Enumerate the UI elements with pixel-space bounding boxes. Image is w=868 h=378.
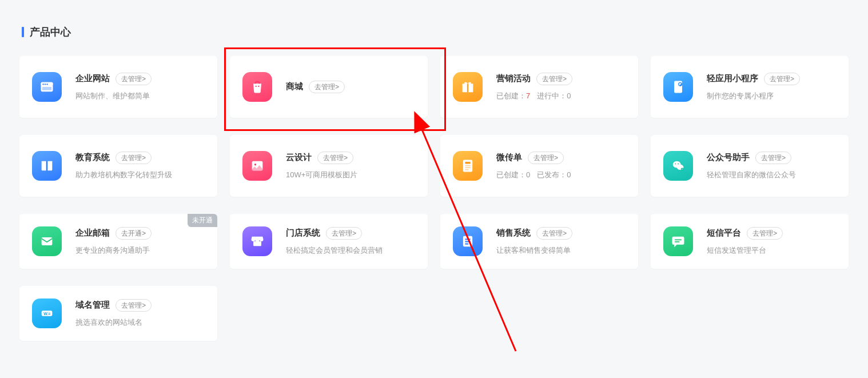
- card-desc: 10W+可商用模板图片: [286, 170, 415, 180]
- card-stats: 已创建：0已发布：0: [496, 170, 626, 180]
- stat-running-label: 进行中：: [537, 91, 567, 100]
- gift-icon: [453, 72, 483, 102]
- svg-point-15: [254, 164, 257, 166]
- card-mall[interactable]: 商城 去管理>: [230, 56, 428, 118]
- card-email[interactable]: 未开通 企业邮箱 去开通> 更专业的商务沟通助手: [19, 214, 217, 269]
- browser-window-icon: [32, 72, 62, 102]
- card-desc: 短信发送管理平台: [707, 245, 836, 256]
- svg-point-7: [258, 86, 259, 87]
- card-cloud-design[interactable]: 云设计 去管理> 10W+可商用模板图片: [230, 135, 428, 197]
- stat-running-value: 0: [567, 91, 571, 100]
- card-education[interactable]: 教育系统 去管理> 助力教培机构数字化转型升级: [19, 135, 217, 197]
- domain-icon: W.=: [32, 299, 62, 328]
- manage-button[interactable]: 去管理>: [317, 152, 353, 165]
- manage-button[interactable]: 去管理>: [764, 73, 800, 86]
- image-icon: [242, 151, 272, 181]
- card-wechat[interactable]: 公众号助手 去管理> 轻松管理自家的微信公众号: [651, 135, 849, 197]
- svg-rect-26: [42, 237, 53, 245]
- card-desc: 轻松管理自家的微信公众号: [707, 170, 836, 180]
- svg-point-3: [45, 83, 46, 85]
- manage-button[interactable]: 去管理>: [755, 152, 791, 165]
- card-website[interactable]: 企业网站 去管理> 网站制作、维护都简单: [19, 56, 217, 118]
- svg-rect-18: [465, 165, 470, 166]
- section-title: 产品中心: [22, 25, 849, 39]
- card-title: 云设计: [286, 152, 312, 163]
- stat-running-label: 已发布：: [537, 170, 567, 179]
- shopping-bag-icon: [242, 72, 272, 102]
- chat-bubble-icon: [663, 226, 693, 256]
- svg-rect-20: [465, 169, 468, 170]
- manage-button[interactable]: 去管理>: [309, 81, 345, 94]
- card-sales[interactable]: 销售系统 去管理> 让获客和销售变得简单: [440, 214, 638, 269]
- manage-button[interactable]: 去管理>: [326, 227, 362, 240]
- envelope-icon: [32, 226, 62, 256]
- stat-created-value: 0: [526, 170, 530, 179]
- status-badge: 未开通: [188, 214, 217, 227]
- card-sms[interactable]: 短信平台 去管理> 短信发送管理平台: [651, 214, 849, 269]
- card-title: 轻应用小程序: [707, 73, 758, 84]
- svg-rect-17: [465, 162, 470, 164]
- section-title-text: 产品中心: [30, 25, 71, 39]
- product-grid: 企业网站 去管理> 网站制作、维护都简单 商城 去管理>: [19, 56, 849, 341]
- svg-point-6: [256, 86, 257, 87]
- list-icon: [453, 226, 483, 256]
- wechat-icon: [663, 151, 693, 181]
- svg-text:W.=: W.=: [43, 312, 50, 316]
- manage-button[interactable]: 去管理>: [536, 227, 572, 240]
- card-domain[interactable]: W.= 域名管理 去管理> 挑选喜欢的网站域名: [19, 286, 217, 341]
- stat-created-label: 已创建：: [496, 91, 526, 100]
- svg-rect-10: [467, 83, 468, 92]
- activate-button[interactable]: 去开通>: [116, 227, 152, 240]
- card-title: 微传单: [496, 152, 522, 163]
- svg-rect-31: [465, 244, 468, 245]
- svg-point-4: [46, 83, 47, 85]
- stat-running-value: 0: [567, 170, 571, 179]
- card-title: 销售系统: [496, 228, 531, 238]
- svg-rect-5: [42, 87, 51, 90]
- svg-point-23: [675, 164, 676, 165]
- card-flyer[interactable]: 微传单 去管理> 已创建：0已发布：0: [440, 135, 638, 197]
- card-desc: 轻松搞定会员管理和会员营销: [286, 245, 415, 256]
- card-title: 企业网站: [75, 73, 110, 84]
- card-title: 短信平台: [707, 228, 741, 238]
- card-desc: 助力教培机构数字化转型升级: [75, 170, 205, 180]
- card-marketing[interactable]: 营销活动 去管理> 已创建：7进行中：0: [440, 56, 638, 118]
- manage-button[interactable]: 去管理>: [116, 299, 152, 312]
- card-desc: 挑选喜欢的网站域名: [75, 317, 205, 328]
- card-stats: 已创建：7进行中：0: [496, 91, 626, 101]
- manage-button[interactable]: 去管理>: [116, 152, 152, 165]
- svg-point-2: [42, 83, 43, 85]
- card-desc: 制作您的专属小程序: [707, 91, 836, 101]
- svg-rect-19: [465, 167, 470, 168]
- card-title: 营销活动: [496, 73, 531, 84]
- book-icon: [32, 151, 62, 181]
- manage-button[interactable]: 去管理>: [116, 73, 152, 86]
- card-desc: 更专业的商务沟通助手: [75, 245, 205, 256]
- mini-program-icon: [663, 72, 693, 102]
- card-miniprogram[interactable]: 轻应用小程序 去管理> 制作您的专属小程序: [651, 56, 849, 118]
- product-center-panel: 产品中心 企业网站 去管理> 网站制作、维护都简单 商城: [0, 0, 868, 358]
- store-icon: [242, 226, 272, 256]
- svg-rect-29: [465, 238, 470, 240]
- svg-rect-13: [46, 161, 47, 170]
- card-store[interactable]: 门店系统 去管理> 轻松搞定会员管理和会员营销: [230, 214, 428, 269]
- svg-point-24: [678, 164, 679, 165]
- svg-rect-32: [675, 240, 682, 241]
- stat-created-value: 7: [526, 91, 530, 100]
- card-title: 商城: [286, 81, 303, 92]
- manage-button[interactable]: 去管理>: [536, 73, 572, 86]
- card-title: 门店系统: [286, 228, 320, 238]
- manage-button[interactable]: 去管理>: [747, 227, 783, 240]
- card-title: 教育系统: [75, 152, 110, 163]
- svg-rect-27: [253, 241, 261, 246]
- card-title: 公众号助手: [707, 152, 750, 163]
- card-desc: 让获客和销售变得简单: [496, 245, 626, 256]
- title-bar-icon: [22, 27, 24, 37]
- card-title: 企业邮箱: [75, 228, 110, 238]
- manage-button[interactable]: 去管理>: [528, 152, 564, 165]
- stat-created-label: 已创建：: [496, 170, 526, 179]
- card-desc: 网站制作、维护都简单: [75, 91, 205, 101]
- svg-rect-33: [675, 241, 679, 242]
- svg-rect-30: [465, 241, 470, 242]
- card-title: 域名管理: [75, 300, 110, 311]
